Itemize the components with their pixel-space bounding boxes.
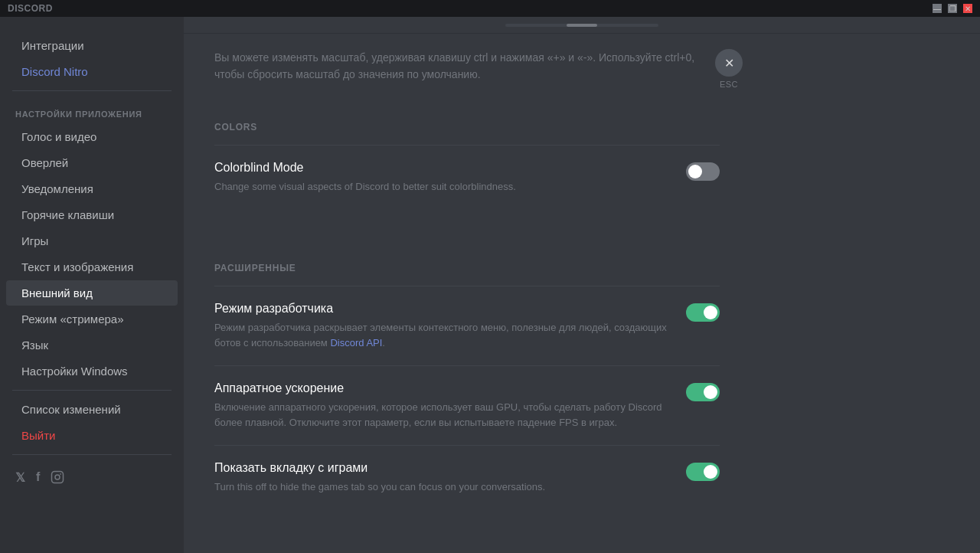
main-layout: Интеграции Discord Nitro НАСТРОЙКИ ПРИЛО… — [0, 17, 980, 553]
sidebar-item-streamer[interactable]: Режим «стримера» — [6, 306, 178, 332]
content-inner: ✕ ESC Вы можете изменять масштаб, удержи… — [184, 34, 750, 541]
developer-mode-info: Режим разработчика Режим разработчика ра… — [214, 302, 686, 350]
sidebar: Интеграции Discord Nitro НАСТРОЙКИ ПРИЛО… — [0, 17, 184, 553]
facebook-icon[interactable]: f — [36, 470, 40, 487]
hardware-accel-desc: Включение аппаратного ускорения, которое… — [214, 400, 671, 430]
show-games-tab-toggle[interactable] — [686, 463, 720, 481]
esc-circle: ✕ — [715, 49, 743, 77]
sidebar-section-app: НАСТРОЙКИ ПРИЛОЖЕНИЯ — [0, 97, 184, 123]
svg-point-1 — [55, 475, 60, 479]
esc-button[interactable]: ✕ ESC — [715, 49, 743, 89]
sidebar-item-nitro[interactable]: Discord Nitro — [6, 59, 178, 84]
zoom-info-text: Вы можете изменять масштаб, удерживая кл… — [214, 34, 720, 91]
sidebar-item-overlay[interactable]: Оверлей — [6, 150, 178, 175]
twitter-icon[interactable]: 𝕏 — [15, 470, 25, 487]
sidebar-item-voice[interactable]: Голос и видео — [6, 124, 178, 149]
developer-mode-slider — [686, 303, 720, 322]
svg-point-2 — [60, 473, 62, 475]
spacer-1 — [214, 209, 720, 232]
developer-mode-title: Режим разработчика — [214, 302, 671, 316]
sidebar-item-games[interactable]: Игры — [6, 228, 178, 254]
scroll-indicator — [184, 17, 980, 34]
sidebar-item-logout[interactable]: Выйти — [6, 423, 178, 448]
hardware-accel-toggle[interactable] — [686, 383, 720, 401]
hardware-accel-slider — [686, 383, 720, 401]
discord-api-link[interactable]: Discord API — [330, 337, 382, 348]
colors-section-header: COLORS — [214, 114, 720, 133]
advanced-section-header: РАСШИРЕННЫЕ — [214, 255, 720, 273]
colorblind-desc: Change some visual aspects of Discord to… — [214, 179, 671, 195]
esc-label: ESC — [720, 80, 738, 89]
svg-rect-0 — [52, 472, 64, 483]
minimize-button[interactable]: — — [933, 4, 942, 13]
close-button[interactable]: ✕ — [963, 4, 972, 13]
scroll-thumb — [567, 24, 597, 27]
colorblind-title: Colorblind Mode — [214, 161, 671, 175]
sidebar-item-windows[interactable]: Настройки Windows — [6, 358, 178, 384]
hardware-accel-title: Аппаратное ускорение — [214, 381, 671, 395]
sidebar-social-links: 𝕏 f — [0, 461, 184, 496]
scroll-track — [505, 24, 658, 27]
developer-mode-row: Режим разработчика Режим разработчика ра… — [214, 286, 720, 365]
show-games-tab-info: Показать вкладку с играми Turn this off … — [214, 461, 686, 495]
sidebar-divider-1 — [12, 90, 172, 91]
sidebar-item-text[interactable]: Текст и изображения — [6, 254, 178, 280]
colorblind-toggle[interactable] — [686, 162, 720, 181]
sidebar-item-appearance[interactable]: Внешний вид — [6, 280, 178, 306]
sidebar-item-integrations[interactable]: Интеграции — [6, 33, 178, 58]
window-controls: — ❐ ✕ — [933, 4, 972, 13]
hardware-accel-info: Аппаратное ускорение Включение аппаратно… — [214, 381, 686, 430]
app-container: DISCORD — ❐ ✕ Интеграции Discord Nitro Н… — [0, 0, 980, 553]
developer-mode-desc: Режим разработчика раскрывает элементы к… — [214, 320, 671, 350]
colorblind-slider — [686, 162, 720, 181]
show-games-tab-slider — [686, 463, 720, 481]
restore-button[interactable]: ❐ — [948, 4, 957, 13]
sidebar-divider-2 — [12, 390, 172, 391]
hardware-accel-row: Аппаратное ускорение Включение аппаратно… — [214, 365, 720, 445]
app-title: DISCORD — [8, 3, 53, 14]
sidebar-item-changelog[interactable]: Список изменений — [6, 397, 178, 422]
show-games-tab-title: Показать вкладку с играми — [214, 461, 671, 475]
title-bar: DISCORD — ❐ ✕ — [0, 0, 980, 17]
sidebar-divider-3 — [12, 454, 172, 455]
sidebar-item-language[interactable]: Язык — [6, 332, 178, 358]
show-games-tab-row: Показать вкладку с играми Turn this off … — [214, 445, 720, 510]
content-area: ✕ ESC Вы можете изменять масштаб, удержи… — [184, 17, 980, 553]
instagram-icon[interactable] — [51, 470, 64, 487]
developer-mode-toggle[interactable] — [686, 303, 720, 322]
colorblind-setting-row: Colorblind Mode Change some visual aspec… — [214, 145, 720, 210]
show-games-tab-desc: Turn this off to hide the games tab so y… — [214, 479, 671, 495]
sidebar-item-notifications[interactable]: Уведомления — [6, 176, 178, 201]
sidebar-item-hotkeys[interactable]: Горячие клавиши — [6, 202, 178, 227]
colorblind-info: Colorblind Mode Change some visual aspec… — [214, 161, 686, 195]
